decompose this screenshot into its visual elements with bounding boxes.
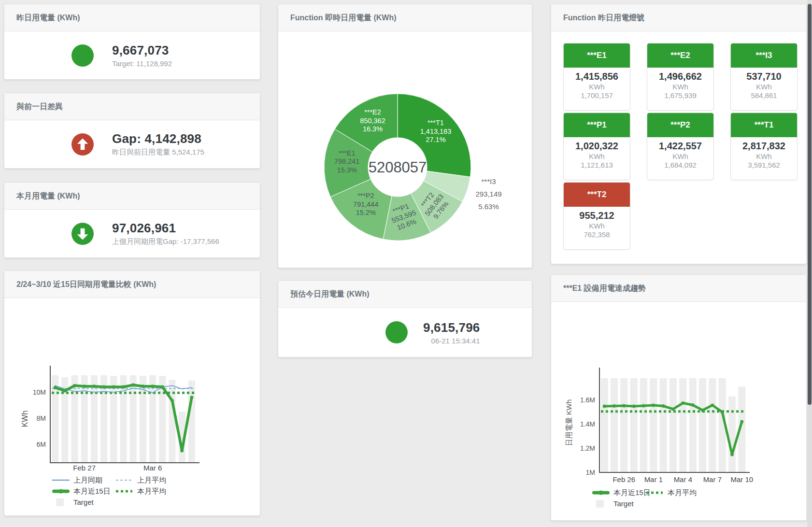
data-point: [83, 385, 86, 388]
panel-lights: Function 昨日用電燈號 ***E11,415,856KWh1,700,1…: [551, 4, 807, 264]
legend-item[interactable]: 本月近15日: [592, 488, 651, 497]
target-bar: [670, 378, 677, 472]
scrollbar-track[interactable]: [807, 0, 812, 527]
x-tick: Mar 7: [703, 475, 722, 484]
arrow-down-icon: [71, 223, 94, 245]
light-tile-name: ***I3: [731, 43, 797, 68]
panel-realtime-donut: Function 即時日用電量 (KWh) 5208057 ***T11,413…: [278, 4, 532, 268]
panel-day-gap: 與前一日差異 Gap: 4,142,898 昨日與前日用電量 5,524,175: [4, 93, 260, 169]
x-tick: Mar 1: [644, 475, 663, 484]
legend-item[interactable]: Target: [56, 498, 94, 506]
light-tiles-grid: ***E11,415,856KWh1,700,157***E21,496,662…: [551, 4, 806, 264]
target-bar: [699, 378, 706, 472]
light-tile-value: 1,415,856: [564, 71, 630, 82]
target-bar: [630, 378, 638, 472]
compare-15day-chart: 6M8M10MFeb 27Mar 6KWh上月同期上月平均本月近15日本月平均T…: [4, 298, 259, 515]
panel-month-usage: 本月用電量 (KWh) 97,026,961 上個月同期用電Gap: -17,3…: [4, 182, 260, 258]
data-point: [662, 404, 665, 408]
light-tile-unit: KWh: [731, 152, 797, 160]
data-point: [671, 407, 675, 411]
target-bar: [728, 397, 736, 473]
panel-yesterday-usage: 昨日用電量 (KWh) 9,667,073 Target: 11,128,992: [4, 4, 260, 80]
svg-text:Target: Target: [73, 498, 94, 506]
panel-title: 本月用電量 (KWh): [4, 183, 260, 210]
scrollbar-thumb[interactable]: [808, 4, 812, 405]
data-point: [730, 453, 734, 456]
data-point: [190, 396, 194, 399]
target-bar: [620, 378, 627, 472]
legend-item[interactable]: 本月平均: [116, 487, 166, 495]
light-tile-target: 1,700,157: [564, 91, 630, 100]
light-tile-value: 955,212: [564, 210, 630, 221]
light-tile-p2: ***P21,422,557KWh1,684,092: [647, 113, 714, 180]
legend-item[interactable]: 本月平均: [646, 488, 697, 497]
data-point: [54, 386, 57, 389]
x-tick: Mar 6: [143, 464, 162, 472]
stat-value: 97,026,961: [112, 221, 219, 236]
light-tile-name: ***T2: [564, 183, 630, 207]
data-point: [632, 405, 636, 408]
y-tick: 10M: [33, 388, 46, 396]
stat-subtitle: Target: 11,128,992: [112, 59, 172, 68]
data-point: [142, 385, 145, 388]
stat-timestamp: 06-21 15:34:41: [423, 337, 480, 345]
data-point: [642, 404, 645, 408]
panel-title: 預估今日用電量 (KWh): [278, 281, 532, 308]
dashboard: 昨日用電量 (KWh) 9,667,073 Target: 11,128,992…: [0, 0, 812, 527]
light-tile-unit: KWh: [564, 152, 630, 160]
data-point: [112, 385, 115, 389]
y-tick: 1.6M: [580, 396, 595, 404]
light-tile-name: ***E2: [647, 43, 713, 68]
panel-e1-trend: ***E1 設備用電達成趨勢 1M1.2M1.4M1.6MFeb 26Mar 1…: [551, 274, 807, 521]
target-bar: [709, 378, 716, 472]
panel-title: 2/24~3/10 近15日同期用電量比較 (KWh): [4, 271, 260, 298]
x-tick: Mar 10: [730, 475, 753, 484]
legend-item[interactable]: 上月同期: [52, 476, 102, 484]
target-bar: [640, 378, 647, 472]
data-point: [131, 384, 135, 387]
stat-value: Gap: 4,142,898: [112, 131, 204, 146]
light-tile-target: 1,675,939: [647, 91, 713, 100]
light-tile-unit: KWh: [564, 83, 630, 91]
target-bar: [679, 378, 686, 472]
legend-item[interactable]: 本月近15日: [52, 487, 111, 495]
legend-item[interactable]: 上月平均: [116, 476, 166, 484]
y-tick: 1.2M: [580, 444, 595, 452]
light-tile-name: ***P1: [564, 113, 630, 137]
realtime-usage-donut-chart: 5208057 ***T11,413,18327.1%***I3293,1495…: [278, 31, 531, 267]
e1-trend-chart: 1M1.2M1.4M1.6MFeb 26Mar 1Mar 4Mar 7Mar 1…: [551, 302, 805, 520]
data-point: [701, 409, 704, 412]
light-tile-value: 1,496,662: [647, 71, 713, 82]
data-point: [161, 385, 164, 389]
target-bar: [601, 378, 608, 472]
stat-estimate: 9,615,796 06-21 15:34:41: [278, 308, 532, 357]
panel-estimate-today: 預估今日用電量 (KWh) 9,615,796 06-21 15:34:41: [278, 280, 532, 357]
data-point: [613, 404, 616, 408]
arrow-up-icon: [71, 133, 94, 156]
data-point: [63, 389, 67, 393]
legend-item[interactable]: Target: [596, 499, 634, 508]
target-bar: [611, 378, 618, 472]
x-tick: Feb 27: [73, 464, 96, 472]
y-axis-label: 日用電量 KWh: [565, 399, 573, 446]
light-tile-target: 762,358: [564, 230, 630, 239]
x-tick: Mar 4: [674, 475, 692, 484]
light-tile-target: 3,591,562: [731, 161, 797, 169]
light-tile-value: 537,710: [731, 71, 797, 82]
light-tile-t2: ***T2955,212KWh762,358: [563, 182, 630, 250]
light-tile-target: 1,121,613: [564, 161, 630, 169]
stat-day-gap: Gap: 4,142,898 昨日與前日用電量 5,524,175: [4, 120, 260, 168]
donut-center-total: 5208057: [369, 159, 427, 176]
panel-title: ***E1 設備用電達成趨勢: [551, 275, 806, 302]
status-circle-icon: [385, 321, 408, 343]
svg-text:本月近15日: 本月近15日: [613, 488, 651, 497]
light-tile-target: 584,861: [731, 91, 797, 100]
y-tick: 6M: [37, 441, 46, 448]
stat-subtitle: 昨日與前日用電量 5,524,175: [112, 148, 204, 157]
panel-compare-chart: 2/24~3/10 近15日同期用電量比較 (KWh) 6M8M10MFeb 2…: [4, 271, 260, 516]
status-circle-icon: [71, 44, 94, 67]
light-tile-e1: ***E11,415,856KWh1,700,157: [563, 43, 630, 111]
light-tile-target: 1,684,092: [647, 161, 713, 169]
light-tile-i3: ***I3537,710KWh584,861: [730, 43, 798, 111]
light-tile-value: 1,020,322: [564, 141, 630, 152]
